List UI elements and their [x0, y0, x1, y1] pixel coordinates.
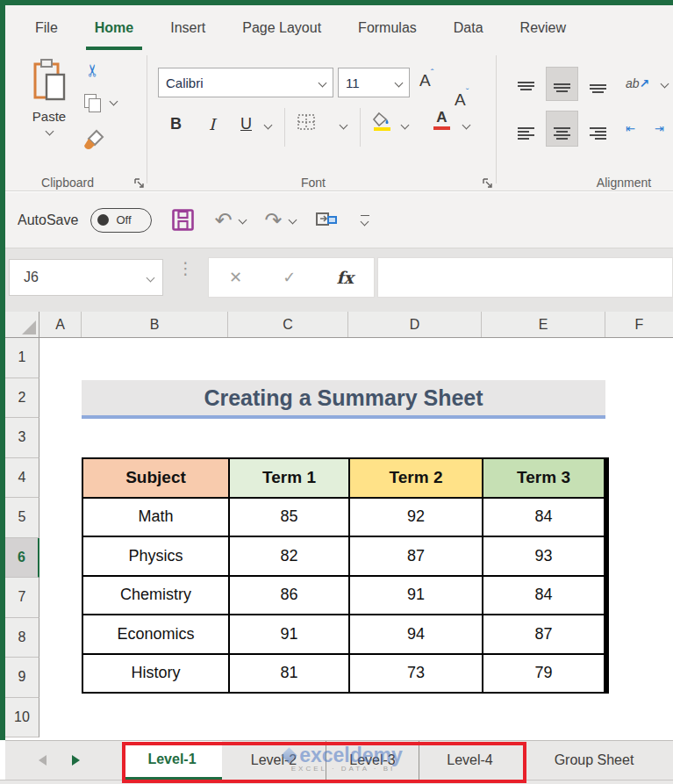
- autosave-toggle[interactable]: Off: [90, 208, 152, 233]
- orientation-button[interactable]: ab↗: [619, 71, 656, 96]
- column-header-b[interactable]: B: [82, 312, 228, 337]
- row-header-8[interactable]: 8: [5, 618, 39, 658]
- enter-icon[interactable]: ✓: [283, 268, 296, 287]
- table-cell[interactable]: Physics: [83, 537, 228, 575]
- customize-qat-button[interactable]: [361, 215, 369, 226]
- clipboard-dialog-launcher-icon[interactable]: [133, 176, 146, 189]
- column-header-f[interactable]: F: [605, 312, 673, 337]
- table-header-term3[interactable]: Term 3: [483, 459, 604, 497]
- paste-button[interactable]: Paste: [25, 57, 74, 141]
- select-all-button[interactable]: [5, 312, 39, 337]
- tab-review[interactable]: Review: [512, 5, 575, 50]
- row-header-7[interactable]: 7: [5, 578, 39, 618]
- undo-button[interactable]: ↶: [214, 210, 245, 231]
- tab-formulas[interactable]: Formulas: [349, 5, 426, 50]
- row-header-9[interactable]: 9: [5, 658, 39, 698]
- align-bottom-button[interactable]: [583, 68, 613, 98]
- name-box[interactable]: J6: [9, 259, 163, 296]
- align-left-button[interactable]: [511, 111, 541, 146]
- orientation-chevron-icon[interactable]: [661, 79, 669, 88]
- sheet-tab-level-1[interactable]: Level-1: [122, 741, 222, 780]
- underline-button[interactable]: U: [240, 115, 252, 133]
- cancel-icon[interactable]: ✕: [229, 268, 242, 287]
- borders-button[interactable]: [297, 113, 316, 134]
- tab-insert[interactable]: Insert: [161, 5, 214, 50]
- row-header-4[interactable]: 4: [5, 458, 39, 499]
- borders-dropdown-chevron-icon[interactable]: [340, 121, 348, 130]
- redo-chevron-icon[interactable]: [288, 216, 297, 225]
- table-cell[interactable]: 86: [230, 577, 348, 615]
- formula-input[interactable]: [377, 257, 673, 298]
- font-color-button[interactable]: A: [433, 110, 450, 130]
- table-cell[interactable]: 92: [350, 499, 482, 536]
- row-header-1[interactable]: 1: [5, 338, 39, 378]
- column-header-e[interactable]: E: [482, 312, 605, 337]
- sheet-tab-level-3[interactable]: Level-3: [326, 741, 419, 780]
- copy-button[interactable]: [84, 94, 117, 111]
- table-cell[interactable]: Economics: [83, 615, 228, 653]
- sheet-tab-group-sheet[interactable]: Group Sheet: [527, 741, 661, 780]
- increase-indent-button[interactable]: ⇥: [648, 117, 664, 140]
- align-right-button[interactable]: [583, 111, 613, 146]
- align-top-button[interactable]: [511, 66, 541, 101]
- table-cell[interactable]: 84: [483, 499, 604, 536]
- undo-chevron-icon[interactable]: [238, 216, 247, 225]
- touch-mode-button[interactable]: [315, 211, 338, 230]
- table-cell[interactable]: 79: [483, 655, 604, 693]
- column-header-d[interactable]: D: [348, 312, 482, 337]
- table-header-term2[interactable]: Term 2: [350, 459, 482, 497]
- table-cell[interactable]: 85: [230, 499, 348, 536]
- bold-button[interactable]: B: [170, 115, 182, 133]
- name-box-dropdown[interactable]: [139, 260, 162, 295]
- fill-color-button[interactable]: [372, 111, 391, 131]
- tab-data[interactable]: Data: [445, 5, 492, 50]
- table-cell[interactable]: 82: [230, 537, 348, 575]
- table-cell[interactable]: Math: [83, 499, 228, 536]
- tab-page-layout[interactable]: Page Layout: [233, 5, 330, 50]
- italic-button[interactable]: I: [209, 115, 215, 133]
- table-cell[interactable]: 93: [483, 537, 604, 575]
- format-painter-button[interactable]: [84, 129, 105, 154]
- table-cell[interactable]: 91: [230, 615, 348, 653]
- align-middle-button[interactable]: [547, 68, 577, 100]
- cut-button[interactable]: ✂: [86, 61, 100, 81]
- table-cell[interactable]: History: [83, 655, 228, 693]
- table-cell[interactable]: 87: [350, 537, 482, 575]
- table-cell[interactable]: 81: [230, 655, 348, 693]
- sheet-tab-level-2[interactable]: Level-2: [222, 741, 326, 780]
- table-cell[interactable]: 91: [350, 577, 482, 615]
- align-center-button[interactable]: [547, 111, 577, 146]
- scroll-sheets-left-icon[interactable]: [39, 755, 47, 766]
- insert-function-icon[interactable]: fx: [336, 268, 354, 287]
- table-cell[interactable]: 84: [483, 577, 604, 615]
- table-cell[interactable]: 94: [350, 615, 482, 653]
- paste-dropdown-chevron-icon[interactable]: [45, 127, 54, 136]
- column-header-a[interactable]: A: [39, 312, 82, 337]
- resize-dots-icon[interactable]: ⋮: [177, 264, 194, 273]
- row-header-3[interactable]: 3: [5, 418, 39, 458]
- table-header-term1[interactable]: Term 1: [230, 459, 348, 497]
- save-button[interactable]: [171, 208, 195, 232]
- tab-home[interactable]: Home: [86, 5, 142, 50]
- decrease-indent-button[interactable]: ⇤: [619, 117, 642, 140]
- row-header-6-selected[interactable]: 6: [5, 538, 39, 579]
- sheet-tab-level-4[interactable]: Level-4: [419, 741, 520, 780]
- row-header-2[interactable]: 2: [5, 378, 39, 419]
- table-cell[interactable]: 87: [483, 615, 604, 653]
- row-header-10[interactable]: 10: [5, 698, 39, 738]
- copy-dropdown-chevron-icon[interactable]: [110, 97, 118, 106]
- table-cell[interactable]: 73: [350, 655, 482, 693]
- table-header-subject[interactable]: Subject: [83, 459, 228, 497]
- fill-color-chevron-icon[interactable]: [401, 121, 410, 130]
- font-color-chevron-icon[interactable]: [462, 121, 471, 130]
- font-name-combobox[interactable]: Calibri: [158, 68, 333, 97]
- redo-button[interactable]: ↷: [265, 210, 296, 231]
- row-header-5[interactable]: 5: [5, 498, 39, 538]
- underline-dropdown-chevron-icon[interactable]: [264, 121, 273, 130]
- scroll-sheets-right-icon[interactable]: [72, 755, 80, 766]
- column-header-c[interactable]: C: [228, 312, 348, 337]
- table-cell[interactable]: Chemistry: [83, 577, 228, 615]
- tab-file[interactable]: File: [26, 5, 67, 50]
- font-dialog-launcher-icon[interactable]: [482, 176, 494, 189]
- font-size-combobox[interactable]: 11: [338, 68, 410, 97]
